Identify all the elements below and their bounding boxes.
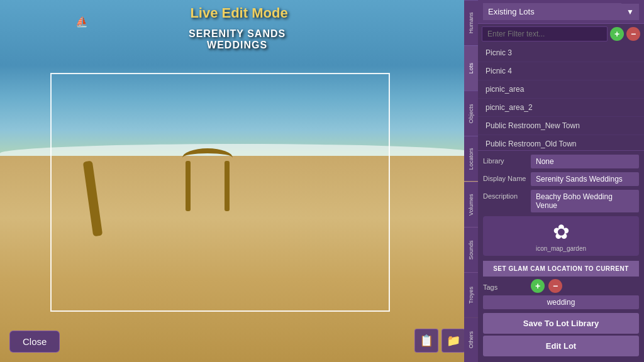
ui-icon-2[interactable]: 📁 xyxy=(441,329,465,353)
live-edit-title: Live Edit Mode xyxy=(190,5,287,21)
tags-add-button[interactable]: + xyxy=(531,279,545,293)
icon-display: ✿ icon_map_garden xyxy=(483,216,639,256)
game-view: ⛵ Live Edit Mode SERENITY SANDS WEDDINGS… xyxy=(0,0,478,362)
description-label: Description xyxy=(483,190,527,200)
lot-item[interactable]: Picnic 3 xyxy=(478,44,644,62)
library-label: Library xyxy=(483,155,527,165)
tab-others[interactable]: Others xyxy=(464,317,478,362)
display-name-value[interactable]: Serenity Sands Weddings xyxy=(531,172,639,186)
arch-top xyxy=(182,148,233,167)
lot-item[interactable]: picnic_area xyxy=(478,80,644,99)
lot-list[interactable]: Picnic 3 Picnic 4 picnic_area picnic_are… xyxy=(478,44,644,150)
lot-item[interactable]: Public Restroom_New Town xyxy=(478,117,644,135)
library-value: None xyxy=(531,155,639,168)
wedding-arch xyxy=(182,148,233,211)
glam-cam-button[interactable]: SET GLAM CAM LOCATION TO CURRENT xyxy=(483,261,639,277)
filter-add-button[interactable]: + xyxy=(610,27,624,41)
tab-humans[interactable]: Humans xyxy=(464,0,478,45)
dropdown-arrow-icon[interactable]: ▼ xyxy=(621,4,639,20)
filter-row: + − xyxy=(478,24,644,44)
side-tabs-container: Humans Lots Objects Locators Volumes Sou… xyxy=(464,0,478,362)
sailboat-icon: ⛵ xyxy=(75,16,88,28)
tab-volumes[interactable]: Volumes xyxy=(464,182,478,227)
lot-item[interactable]: Public Restroom_Old Town xyxy=(478,135,644,150)
display-name-label: Display Name xyxy=(483,172,527,182)
tab-lots[interactable]: Lots xyxy=(464,45,478,90)
arch-post-left xyxy=(186,161,191,211)
description-row: Description Beachy Boho Wedding Venue xyxy=(483,190,639,212)
filter-input[interactable] xyxy=(482,26,608,41)
tags-value[interactable]: wedding xyxy=(483,295,639,309)
panel-header: Existing Lots ▼ xyxy=(478,0,644,24)
tags-row: Tags + − xyxy=(483,279,639,293)
edit-lot-button[interactable]: Edit Lot xyxy=(483,336,639,356)
bottom-ui-bar: 📋 📁 xyxy=(414,329,465,353)
flower-icon: ✿ xyxy=(553,220,570,244)
tab-troyes[interactable]: Troyes xyxy=(464,272,478,317)
close-button[interactable]: Close xyxy=(9,331,60,353)
filter-remove-button[interactable]: − xyxy=(626,27,640,41)
tab-locators[interactable]: Locators xyxy=(464,136,478,181)
tags-label: Tags xyxy=(483,281,527,291)
description-value[interactable]: Beachy Boho Wedding Venue xyxy=(531,190,639,212)
existing-lots-dropdown[interactable]: Existing Lots xyxy=(483,3,621,20)
properties-section: Library None Display Name Serenity Sands… xyxy=(478,150,644,362)
library-row: Library None xyxy=(483,155,639,168)
ui-icon-1[interactable]: 📋 xyxy=(414,329,438,353)
lot-item[interactable]: picnic_area_2 xyxy=(478,99,644,117)
lot-item[interactable]: Picnic 4 xyxy=(478,62,644,80)
arch-post-right xyxy=(225,161,230,211)
tab-sounds[interactable]: Sounds xyxy=(464,227,478,272)
lot-name-label: SERENITY SANDS WEDDINGS xyxy=(189,28,286,51)
icon-name-label: icon_map_garden xyxy=(536,245,586,252)
tags-remove-button[interactable]: − xyxy=(548,279,562,293)
right-panel: Existing Lots ▼ + − Picnic 3 Picnic 4 pi… xyxy=(478,0,644,362)
save-to-lot-library-button[interactable]: Save To Lot Library xyxy=(483,313,639,334)
display-name-row: Display Name Serenity Sands Weddings xyxy=(483,172,639,186)
tab-objects[interactable]: Objects xyxy=(464,90,478,136)
